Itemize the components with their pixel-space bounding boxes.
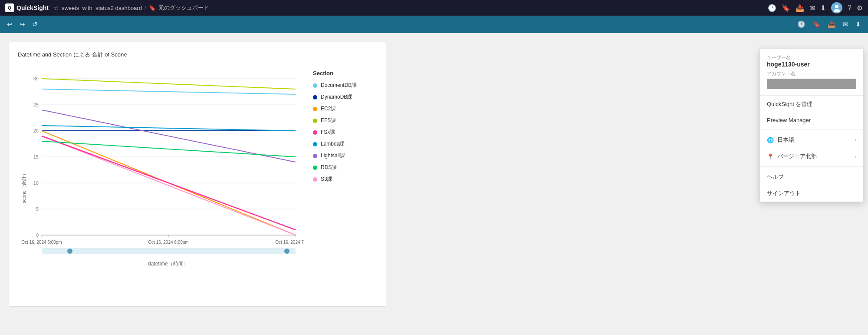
legend-dot-dynamodb bbox=[313, 95, 317, 100]
share-icon[interactable]: 📤 bbox=[796, 4, 804, 12]
signout-label: サインアウト bbox=[767, 189, 801, 197]
legend-label-lightsail: Lightsail課 bbox=[321, 152, 345, 159]
chart-svg-container: scone（合計） 30 25 20 bbox=[18, 66, 304, 280]
breadcrumb-page: 元のダッシュボード bbox=[158, 4, 209, 12]
svg-line-36 bbox=[42, 141, 296, 157]
svg-point-0 bbox=[835, 5, 838, 8]
chart-title: Datetime and Section による 合計 of Scone bbox=[18, 51, 377, 59]
help-label: ヘルプ bbox=[767, 173, 784, 181]
svg-text:25: 25 bbox=[33, 102, 39, 107]
legend-label-efs: EFS課 bbox=[321, 117, 336, 124]
topbar: Q QuickSight ☆ sweets_with_status2 dashb… bbox=[0, 0, 868, 16]
chart-legend: Section DocumentDB課 DynamoDB課 EC2課 EFS課 bbox=[313, 66, 377, 280]
legend-label-s3: S3課 bbox=[321, 176, 332, 183]
username: hoge1130-user bbox=[767, 61, 856, 68]
chart-area: scone（合計） 30 25 20 bbox=[18, 66, 377, 280]
legend-item-ec2: EC2課 bbox=[313, 105, 377, 113]
star-icon: ☆ bbox=[54, 5, 59, 11]
legend-item-lightsail: Lightsail課 bbox=[313, 152, 377, 159]
language-label: 日本語 bbox=[777, 136, 794, 144]
svg-text:30: 30 bbox=[33, 76, 39, 81]
toolbar-download-icon[interactable]: ⬇ bbox=[855, 20, 861, 28]
legend-item-s3: S3課 bbox=[313, 176, 377, 183]
svg-rect-24 bbox=[42, 248, 296, 254]
svg-point-26 bbox=[284, 249, 289, 254]
main-content: Datetime and Section による 合計 of Scone sco… bbox=[0, 33, 868, 335]
separator-1 bbox=[760, 129, 863, 130]
legend-title: Section bbox=[313, 70, 377, 76]
svg-text:Oct 16, 2024 7:00pm: Oct 16, 2024 7:00pm bbox=[275, 240, 304, 245]
preview-manager-item[interactable]: Preview Manager bbox=[760, 113, 863, 128]
legend-item-rds: RDS課 bbox=[313, 164, 377, 171]
legend-label-dynamodb: DynamoDB課 bbox=[321, 93, 352, 101]
dropdown-menu: ユーザー名 hoge1130-user アカウント名 QuickSight を管… bbox=[760, 49, 864, 202]
signout-item[interactable]: サインアウト bbox=[760, 185, 863, 202]
legend-dot-lightsail bbox=[313, 154, 317, 158]
redo-button[interactable]: ↪ bbox=[20, 20, 25, 28]
svg-line-29 bbox=[42, 79, 296, 89]
svg-text:20: 20 bbox=[33, 128, 39, 133]
toolbar-share-icon[interactable]: 📤 bbox=[828, 20, 836, 28]
svg-text:Oct 16, 2024 6:00pm: Oct 16, 2024 6:00pm bbox=[148, 240, 188, 245]
manage-quicksight-item[interactable]: QuickSight を管理 bbox=[760, 96, 863, 113]
legend-item-efs: EFS課 bbox=[313, 117, 377, 124]
svg-text:scone（合計）: scone（合計） bbox=[21, 171, 26, 203]
account-label: アカウント名 bbox=[767, 70, 856, 77]
legend-label-documentdb: DocumentDB課 bbox=[321, 82, 357, 89]
location-icon: 📍 bbox=[767, 153, 774, 160]
legend-item-documentdb: DocumentDB課 bbox=[313, 82, 377, 89]
legend-label-lambda: Lambda課 bbox=[321, 140, 345, 148]
legend-dot-efs bbox=[313, 119, 317, 123]
language-item[interactable]: 🌐 日本語 › bbox=[760, 132, 863, 148]
chart-svg: scone（合計） 30 25 20 bbox=[18, 66, 304, 279]
svg-line-32 bbox=[42, 126, 296, 131]
toolbar-right: 🕐 🔖 📤 ✉ ⬇ bbox=[797, 20, 861, 28]
breadcrumb-dashboard[interactable]: sweets_with_status2 dashboard bbox=[62, 5, 142, 11]
user-avatar[interactable] bbox=[831, 2, 842, 13]
avatar-icon bbox=[833, 4, 841, 12]
globe-icon: 🌐 bbox=[767, 137, 774, 143]
toolbar-mail-icon[interactable]: ✉ bbox=[843, 20, 848, 28]
svg-text:Oct 16, 2024 5:00pm: Oct 16, 2024 5:00pm bbox=[21, 240, 62, 245]
legend-dot-lambda bbox=[313, 142, 317, 146]
chart-panel: Datetime and Section による 合計 of Scone sco… bbox=[9, 42, 386, 307]
svg-point-1 bbox=[834, 9, 840, 12]
svg-text:0: 0 bbox=[36, 232, 39, 238]
refresh-button[interactable]: ↺ bbox=[32, 20, 38, 28]
help-item[interactable]: ヘルプ bbox=[760, 169, 863, 185]
mail-icon[interactable]: ✉ bbox=[809, 4, 815, 12]
download-icon[interactable]: ⬇ bbox=[820, 4, 826, 12]
svg-text:5: 5 bbox=[36, 206, 39, 212]
svg-point-25 bbox=[67, 249, 72, 254]
region-chevron: › bbox=[855, 154, 856, 159]
settings-icon[interactable]: ⚙ bbox=[857, 4, 863, 12]
clock-icon[interactable]: 🕐 bbox=[768, 4, 776, 12]
dropdown-header: ユーザー名 hoge1130-user アカウント名 bbox=[760, 49, 863, 96]
separator-2 bbox=[760, 166, 863, 167]
legend-item-dynamodb: DynamoDB課 bbox=[313, 93, 377, 101]
bookmark-icon[interactable]: 🔖 bbox=[782, 4, 790, 12]
manage-quicksight-label: QuickSight を管理 bbox=[767, 100, 812, 108]
logo-icon: Q bbox=[5, 3, 14, 12]
region-label: バージニア北部 bbox=[777, 153, 817, 160]
breadcrumb-separator: / bbox=[145, 5, 146, 11]
region-left: 📍 バージニア北部 bbox=[767, 153, 817, 160]
legend-dot-ec2 bbox=[313, 107, 317, 111]
breadcrumb: ☆ sweets_with_status2 dashboard / 🔖 元のダッ… bbox=[54, 4, 209, 12]
app-logo[interactable]: Q QuickSight bbox=[5, 3, 49, 12]
svg-text:10: 10 bbox=[33, 180, 39, 186]
toolbar-bookmark-icon[interactable]: 🔖 bbox=[812, 20, 821, 28]
toolbar-clock-icon[interactable]: 🕐 bbox=[797, 20, 806, 28]
undo-button[interactable]: ↩ bbox=[7, 20, 13, 28]
svg-line-28 bbox=[42, 89, 296, 94]
account-bar bbox=[767, 79, 856, 89]
app-name: QuickSight bbox=[16, 4, 49, 11]
legend-label-fsx: FSx課 bbox=[321, 129, 335, 136]
user-label: ユーザー名 bbox=[767, 54, 856, 61]
breadcrumb-icon: 🔖 bbox=[149, 5, 156, 11]
legend-dot-documentdb bbox=[313, 83, 317, 88]
region-item[interactable]: 📍 バージニア北部 › bbox=[760, 148, 863, 165]
legend-dot-fsx bbox=[313, 130, 317, 135]
help-icon[interactable]: ? bbox=[848, 4, 852, 12]
svg-line-34 bbox=[42, 136, 296, 235]
